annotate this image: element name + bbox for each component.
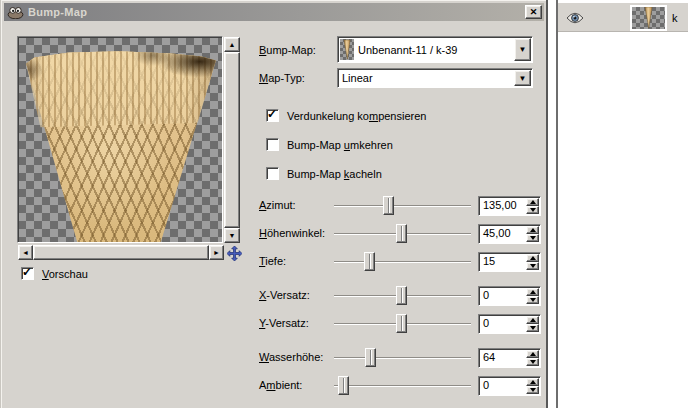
layer-row[interactable]: k [558,3,688,32]
tile-bumpmap-checkbox[interactable]: ✓ [266,167,279,180]
bumpmap-dialog: Bump-Map ✕ ▲ ▼ ◄ ► [0,0,548,408]
gimp-wilber-icon [7,6,24,19]
ambient-spin-down-button[interactable] [526,386,539,394]
tiefe-slider-thumb[interactable] [364,252,375,271]
azimut-spin-up-button[interactable] [526,198,539,206]
hoehenwinkel-slider-thumb[interactable] [396,224,407,243]
spin-up-icon [530,380,536,384]
y-versatz-spinbox[interactable]: 0 [478,314,541,334]
wasserhoehe-spin-down-button[interactable] [526,358,539,366]
spin-up-icon [530,352,536,356]
x-versatz-slider-thumb[interactable] [396,286,407,305]
layer-thumbnail[interactable] [630,5,667,31]
x-versatz-slider[interactable] [334,295,471,297]
wasserhoehe-label: Wasserhöhe: [259,351,323,363]
invert-bumpmap-checkbox[interactable]: ✓ [266,138,279,151]
y-versatz-spin-down-button[interactable] [526,324,539,332]
ambient-spinbox[interactable]: 0 [478,376,541,396]
map-type-dropdown[interactable]: Linear ▼ [337,68,533,88]
ambient-label: Ambient: [259,379,302,391]
tile-bumpmap-label[interactable]: Bump-Map kacheln [287,168,382,180]
slider-row-tiefe: Tiefe: 15 [1,252,549,272]
map-type-label: Map-Typ: [259,72,305,84]
y-versatz-label: Y-Versatz: [259,317,309,329]
tiefe-spinbox[interactable]: 15 [478,252,541,272]
azimut-spin-down-button[interactable] [526,206,539,214]
visibility-eye-icon[interactable] [566,12,584,24]
hoehenwinkel-spin-up-button[interactable] [526,226,539,234]
spin-up-icon [530,318,536,322]
invert-bumpmap-label[interactable]: Bump-Map umkehren [287,139,393,151]
y-versatz-spin-up-button[interactable] [526,316,539,324]
slider-row-y-versatz: Y-Versatz: 0 [1,314,549,334]
close-icon: ✕ [530,8,538,17]
x-versatz-spin-up-button[interactable] [526,288,539,296]
x-versatz-spinbox[interactable]: 0 [478,286,541,306]
tiefe-spin-down-button[interactable] [526,262,539,270]
slider-row-x-versatz: X-Versatz: 0 [1,286,549,306]
compensate-darkening-checkbox[interactable]: ✓ [266,109,279,122]
bumpmap-source-value: Unbenannt-11 / k-39 [358,44,457,56]
chevron-down-icon: ▼ [519,74,527,83]
x-versatz-value[interactable]: 0 [483,289,489,301]
layers-panel: k [556,0,688,408]
hoehenwinkel-spin-down-button[interactable] [526,234,539,242]
map-type-dropdown-button[interactable]: ▼ [514,70,531,86]
hoehenwinkel-slider[interactable] [334,233,471,235]
ambient-slider-thumb[interactable] [338,376,349,395]
check-icon: ✓ [267,107,277,121]
y-versatz-slider-thumb[interactable] [396,314,407,333]
spin-down-icon [530,298,536,302]
hoehenwinkel-spinbox[interactable]: 45,00 [478,224,541,244]
azimut-slider-thumb[interactable] [383,196,394,215]
scroll-up-icon: ▲ [229,41,236,48]
azimut-value[interactable]: 135,00 [483,199,517,211]
spin-down-icon [530,360,536,364]
dialog-title: Bump-Map [28,6,87,18]
spin-up-icon [530,256,536,260]
azimut-spinbox[interactable]: 135,00 [478,196,541,216]
bumpmap-source-dropdown[interactable]: Unbenannt-11 / k-39 ▼ [337,36,533,63]
compensate-darkening-label[interactable]: Verdunkelung kompensieren [287,110,426,122]
tiefe-value[interactable]: 15 [483,255,495,267]
wasserhoehe-slider[interactable] [334,357,471,359]
ambient-spin-up-button[interactable] [526,378,539,386]
slider-row-wasserhoehe: Wasserhöhe: 64 [1,348,549,368]
hoehenwinkel-value[interactable]: 45,00 [483,227,511,239]
spin-up-icon [530,290,536,294]
bumpmap-thumbnail [340,39,354,60]
wasserhoehe-spin-up-button[interactable] [526,350,539,358]
chevron-down-icon: ▼ [519,45,527,54]
bumpmap-dropdown-button[interactable]: ▼ [514,38,531,61]
slider-row-azimut: Azimut: 135,00 [1,196,549,216]
ambient-value[interactable]: 0 [483,379,489,391]
spin-up-icon [530,228,536,232]
dialog-titlebar[interactable]: Bump-Map ✕ [4,3,544,21]
bumpmap-source-label: Bump-Map: [259,44,316,56]
x-versatz-label: X-Versatz: [259,289,310,301]
slider-row-ambient: Ambient: 0 [1,376,549,396]
spin-down-icon [530,264,536,268]
tiefe-slider[interactable] [334,261,471,263]
azimut-slider[interactable] [334,205,471,207]
spin-down-icon [530,208,536,212]
close-button[interactable]: ✕ [525,5,542,19]
ambient-slider[interactable] [334,385,471,387]
hoehenwinkel-label: Höhenwinkel: [259,227,325,239]
azimut-label: Azimut: [259,199,296,211]
scroll-up-button[interactable]: ▲ [224,37,240,52]
wasserhoehe-slider-thumb[interactable] [365,348,376,367]
wasserhoehe-spinbox[interactable]: 64 [478,348,541,368]
tiefe-label: Tiefe: [259,255,286,267]
layer-name[interactable]: k [672,12,678,24]
spin-down-icon [530,236,536,240]
y-versatz-slider[interactable] [334,323,471,325]
wasserhoehe-value[interactable]: 64 [483,351,495,363]
y-versatz-value[interactable]: 0 [483,317,489,329]
spin-down-icon [530,388,536,392]
tiefe-spin-up-button[interactable] [526,254,539,262]
map-type-value: Linear [342,72,373,84]
screenshot-root: Bump-Map ✕ ▲ ▼ ◄ ► [0,0,688,408]
x-versatz-spin-down-button[interactable] [526,296,539,304]
slider-row-hoehenwinkel: Höhenwinkel: 45,00 [1,224,549,244]
